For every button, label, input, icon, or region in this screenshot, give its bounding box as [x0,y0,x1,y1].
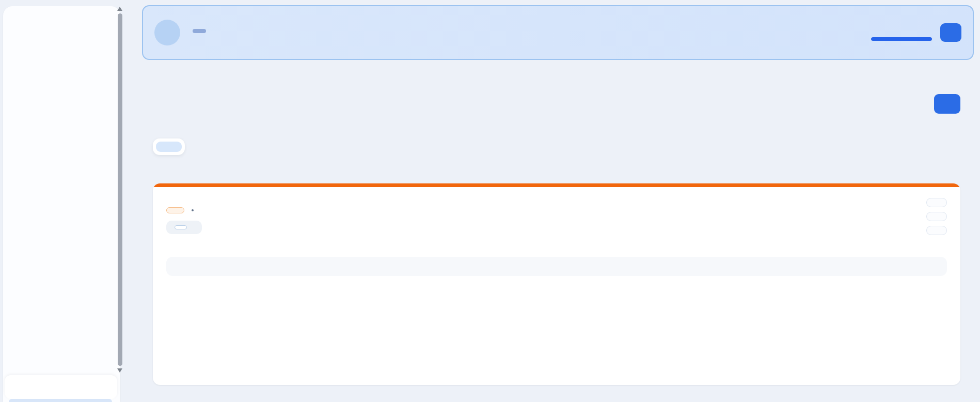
quest-banner [142,5,974,60]
quest-progress [871,25,932,41]
progress-fill [871,37,932,41]
separator-dot [192,209,194,211]
quest-status-badge [193,29,206,33]
sidebar-scrollbar[interactable] [117,7,122,373]
toggle-all-button[interactable] [5,375,117,399]
clipped-section-peek [9,399,112,402]
edit-button[interactable] [926,212,947,221]
pause-button[interactable] [926,198,947,207]
scrollbar-thumb[interactable] [118,13,122,366]
add-monitoring-button[interactable] [934,94,960,114]
quest-text [187,29,206,36]
sidebar [3,6,120,402]
details-row [166,257,947,276]
trophy-badge [154,20,180,45]
next-step-button[interactable] [940,23,961,42]
scroll-down-arrow[interactable] [117,368,122,373]
environment-tabs [153,138,185,155]
http-method-badge [175,225,187,229]
page-header [153,88,960,114]
tab-development[interactable] [156,142,182,152]
progress-bar [871,37,932,41]
monitor-card [153,183,960,385]
status-badge [166,207,184,213]
scroll-up-arrow[interactable] [117,7,122,11]
card-actions [926,198,947,235]
delete-button[interactable] [926,226,947,235]
endpoint-row [166,221,202,234]
